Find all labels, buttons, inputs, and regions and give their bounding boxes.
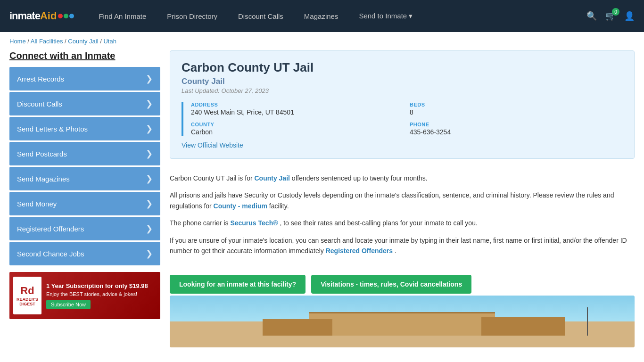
sidebar-label-send-magazines: Send Magazines: [17, 175, 70, 183]
header-icons: 🔍 🛒 0 👤: [586, 11, 635, 21]
chevron-right-icon-7: ❯: [146, 248, 153, 259]
search-icon[interactable]: 🔍: [586, 11, 597, 21]
image-building-right: [481, 317, 565, 336]
image-building-main: [309, 312, 495, 336]
detail-beds: BEDS 8: [410, 102, 623, 116]
cart-icon-wrapper[interactable]: 🛒 0: [605, 11, 616, 21]
facility-details: ADDRESS 240 West Main St, Price, UT 8450…: [182, 102, 623, 136]
address-value: 240 West Main St, Price, UT 84501: [191, 108, 404, 116]
detail-county: COUNTY Carbon: [191, 122, 404, 136]
desc-1-link[interactable]: County Jail: [254, 174, 289, 182]
phone-label: PHONE: [410, 122, 623, 127]
description-area: Carbon County UT Jail is for County Jail…: [170, 168, 635, 267]
facility-image: [170, 296, 635, 347]
image-pole: [587, 307, 588, 336]
desc-para-3: The phone carrier is Securus Tech® , to …: [170, 218, 635, 228]
main-layout: Connect with an Inmate Arrest Records ❯ …: [0, 50, 644, 357]
ad-sub-text: Enjoy the BEST stories, advice & jokes!: [46, 291, 157, 297]
sidebar-label-send-postcards: Send Postcards: [17, 150, 67, 158]
county-label: COUNTY: [191, 122, 404, 127]
phone-value: 435-636-3254: [410, 128, 623, 136]
breadcrumb-county-jail[interactable]: County Jail: [68, 38, 98, 45]
user-icon[interactable]: 👤: [624, 11, 635, 21]
ad-text: 1 Year Subscription for only $19.98 Enjo…: [46, 282, 157, 309]
detail-address: ADDRESS 240 West Main St, Price, UT 8450…: [191, 102, 404, 116]
sidebar-item-send-magazines[interactable]: Send Magazines ❯: [9, 167, 160, 190]
sidebar-item-second-chance[interactable]: Second Chance Jobs ❯: [9, 242, 160, 265]
chevron-right-icon-4: ❯: [146, 173, 153, 184]
main-nav: Find An Inmate Prison Directory Discount…: [88, 0, 586, 32]
facility-updated: Last Updated: October 27, 2023: [182, 87, 623, 94]
official-website-link[interactable]: View Official Website: [182, 141, 623, 149]
chevron-right-icon-1: ❯: [146, 99, 153, 109]
ad-subscribe-button[interactable]: Subscribe Now: [46, 300, 91, 309]
logo-decoration: [58, 14, 74, 18]
desc-para-1: Carbon County UT Jail is for County Jail…: [170, 173, 635, 183]
nav-prison-directory[interactable]: Prison Directory: [157, 0, 228, 32]
desc-4-after: .: [395, 247, 396, 255]
nav-discount-calls[interactable]: Discount Calls: [228, 0, 294, 32]
site-header: inmate Aid Find An Inmate Prison Directo…: [0, 0, 644, 32]
breadcrumb-utah[interactable]: Utah: [103, 38, 116, 45]
desc-para-2: All prisons and jails have Security or C…: [170, 190, 635, 211]
chevron-right-icon-5: ❯: [146, 198, 153, 209]
sidebar-label-registered-offenders: Registered Offenders: [17, 225, 84, 233]
desc-2-link[interactable]: County - medium: [214, 202, 267, 210]
desc-1-before: Carbon County UT Jail is for: [170, 174, 254, 182]
ad-rd-sub: READER'S DIGEST: [13, 297, 41, 306]
find-inmate-button[interactable]: Looking for an inmate at this facility?: [170, 275, 305, 294]
desc-3-after: , to see their rates and best-calling pl…: [280, 219, 477, 227]
sidebar-item-send-money[interactable]: Send Money ❯: [9, 192, 160, 215]
sidebar-label-arrest-records: Arrest Records: [17, 75, 64, 83]
chevron-right-icon-6: ❯: [146, 223, 153, 234]
sidebar-item-arrest-records[interactable]: Arrest Records ❯: [9, 67, 160, 90]
chevron-right-icon-2: ❯: [146, 123, 153, 134]
sidebar-ad: Rd READER'S DIGEST 1 Year Subscription f…: [9, 272, 160, 319]
desc-3-link[interactable]: Securus Tech®: [230, 219, 278, 227]
logo[interactable]: inmate Aid: [9, 10, 74, 22]
breadcrumb-home[interactable]: Home: [9, 38, 26, 45]
sidebar: Connect with an Inmate Arrest Records ❯ …: [9, 50, 160, 347]
image-building-left: [263, 319, 332, 336]
detail-phone: PHONE 435-636-3254: [410, 122, 623, 136]
chevron-right-icon-0: ❯: [146, 74, 153, 84]
beds-label: BEDS: [410, 102, 623, 107]
desc-2-after: facility.: [269, 202, 289, 210]
county-value: Carbon: [191, 128, 404, 136]
breadcrumb: Home / All Facilities / County Jail / Ut…: [0, 32, 644, 50]
nav-find-inmate[interactable]: Find An Inmate: [88, 0, 157, 32]
sidebar-label-second-chance: Second Chance Jobs: [17, 250, 84, 258]
main-content: Carbon County UT Jail County Jail Last U…: [170, 50, 635, 347]
ad-rd-logo: Rd READER'S DIGEST: [13, 277, 41, 314]
sidebar-item-registered-offenders[interactable]: Registered Offenders ❯: [9, 217, 160, 240]
logo-text: inmate: [9, 10, 40, 22]
sidebar-menu: Arrest Records ❯ Discount Calls ❯ Send L…: [9, 67, 160, 265]
chevron-right-icon-3: ❯: [146, 148, 153, 159]
beds-value: 8: [410, 108, 623, 116]
desc-4-link[interactable]: Registered Offenders: [326, 247, 393, 255]
ad-rd-text: Rd: [20, 285, 34, 297]
visitations-button[interactable]: Visitations - times, rules, Covid cancel…: [311, 275, 471, 294]
action-buttons: Looking for an inmate at this facility? …: [170, 275, 635, 294]
ad-headline: 1 Year Subscription for only $19.98: [46, 282, 157, 289]
sidebar-label-send-letters: Send Letters & Photos: [17, 125, 88, 133]
desc-para-4: If you are unsure of your inmate's locat…: [170, 235, 635, 256]
sidebar-label-discount-calls: Discount Calls: [17, 100, 62, 108]
desc-4-before: If you are unsure of your inmate's locat…: [170, 237, 627, 255]
facility-card: Carbon County UT Jail County Jail Last U…: [170, 50, 635, 159]
sidebar-item-send-letters[interactable]: Send Letters & Photos ❯: [9, 117, 160, 140]
facility-type: County Jail: [182, 77, 623, 86]
desc-1-after: offenders sentenced up to twenty four mo…: [292, 174, 428, 182]
sidebar-item-discount-calls[interactable]: Discount Calls ❯: [9, 92, 160, 115]
sidebar-item-send-postcards[interactable]: Send Postcards ❯: [9, 142, 160, 165]
nav-send-to-inmate[interactable]: Send to Inmate ▾: [348, 0, 423, 32]
nav-magazines[interactable]: Magazines: [294, 0, 349, 32]
sidebar-label-send-money: Send Money: [17, 200, 57, 208]
ad-content: Rd READER'S DIGEST 1 Year Subscription f…: [9, 273, 160, 318]
sidebar-title: Connect with an Inmate: [9, 50, 160, 61]
breadcrumb-all-facilities[interactable]: All Facilities: [31, 38, 63, 45]
facility-name: Carbon County UT Jail: [182, 60, 623, 75]
desc-3-before: The phone carrier is: [170, 219, 230, 227]
address-label: ADDRESS: [191, 102, 404, 107]
cart-badge: 0: [612, 8, 619, 16]
